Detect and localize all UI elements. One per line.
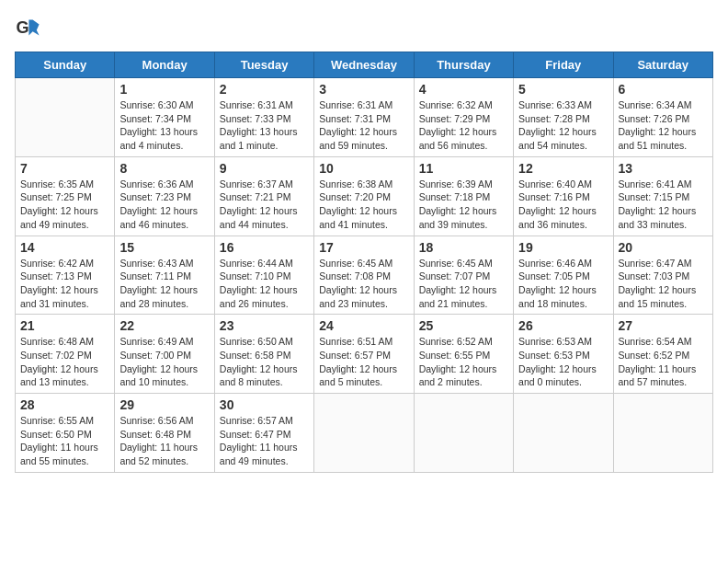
day-header-monday: Monday	[115, 52, 214, 78]
cell-info: Sunrise: 6:52 AMSunset: 6:55 PMDaylight:…	[419, 335, 508, 389]
cell-info: Sunrise: 6:33 AMSunset: 7:28 PMDaylight:…	[518, 98, 608, 153]
day-number: 29	[119, 397, 209, 412]
day-number: 11	[419, 161, 508, 176]
cell-info: Sunrise: 6:32 AMSunset: 7:29 PMDaylight:…	[419, 98, 508, 153]
logo: G	[15, 15, 42, 40]
calendar-cell: 21Sunrise: 6:48 AMSunset: 7:02 PMDayligh…	[16, 315, 115, 394]
calendar-cell: 25Sunrise: 6:52 AMSunset: 6:55 PMDayligh…	[414, 315, 513, 394]
calendar-cell: 17Sunrise: 6:45 AMSunset: 7:08 PMDayligh…	[314, 236, 414, 315]
page-header: G	[15, 15, 713, 40]
cell-info: Sunrise: 6:45 AMSunset: 7:07 PMDaylight:…	[419, 257, 508, 311]
day-number: 7	[20, 161, 109, 176]
cell-info: Sunrise: 6:56 AMSunset: 6:48 PMDaylight:…	[119, 414, 209, 468]
day-header-thursday: Thursday	[414, 52, 513, 78]
cell-info: Sunrise: 6:49 AMSunset: 7:00 PMDaylight:…	[119, 335, 209, 389]
day-number: 24	[319, 318, 408, 333]
calendar-header-row: SundayMondayTuesdayWednesdayThursdayFrid…	[16, 52, 713, 78]
calendar-cell: 9Sunrise: 6:37 AMSunset: 7:21 PMDaylight…	[214, 156, 313, 236]
cell-info: Sunrise: 6:46 AMSunset: 7:05 PMDaylight:…	[518, 257, 608, 311]
cell-info: Sunrise: 6:54 AMSunset: 6:52 PMDaylight:…	[619, 335, 708, 389]
calendar-week-row: 7Sunrise: 6:35 AMSunset: 7:25 PMDaylight…	[16, 156, 713, 236]
day-header-sunday: Sunday	[16, 52, 115, 78]
calendar-cell: 22Sunrise: 6:49 AMSunset: 7:00 PMDayligh…	[115, 315, 214, 394]
day-number: 30	[220, 397, 309, 412]
calendar-cell	[314, 394, 414, 473]
cell-info: Sunrise: 6:30 AMSunset: 7:34 PMDaylight:…	[119, 98, 209, 153]
day-number: 8	[119, 161, 209, 176]
calendar-cell: 3Sunrise: 6:31 AMSunset: 7:31 PMDaylight…	[314, 78, 414, 157]
day-number: 4	[419, 82, 508, 97]
day-number: 14	[20, 240, 109, 255]
day-number: 13	[619, 161, 708, 176]
day-number: 21	[20, 318, 109, 333]
day-number: 20	[619, 240, 708, 255]
cell-info: Sunrise: 6:34 AMSunset: 7:26 PMDaylight:…	[619, 98, 708, 153]
calendar-cell: 24Sunrise: 6:51 AMSunset: 6:57 PMDayligh…	[314, 315, 414, 394]
calendar-week-row: 28Sunrise: 6:55 AMSunset: 6:50 PMDayligh…	[16, 394, 713, 473]
calendar-cell: 15Sunrise: 6:43 AMSunset: 7:11 PMDayligh…	[115, 236, 214, 315]
day-number: 12	[518, 161, 608, 176]
calendar-cell: 8Sunrise: 6:36 AMSunset: 7:23 PMDaylight…	[115, 156, 214, 236]
day-number: 28	[20, 397, 109, 412]
calendar-cell: 12Sunrise: 6:40 AMSunset: 7:16 PMDayligh…	[514, 156, 613, 236]
logo-icon: G	[15, 15, 40, 40]
day-number: 19	[518, 240, 608, 255]
calendar-cell: 29Sunrise: 6:56 AMSunset: 6:48 PMDayligh…	[115, 394, 214, 473]
cell-info: Sunrise: 6:48 AMSunset: 7:02 PMDaylight:…	[20, 335, 109, 389]
calendar-cell: 28Sunrise: 6:55 AMSunset: 6:50 PMDayligh…	[16, 394, 115, 473]
cell-info: Sunrise: 6:47 AMSunset: 7:03 PMDaylight:…	[619, 257, 708, 311]
day-number: 1	[119, 82, 209, 97]
calendar-cell: 1Sunrise: 6:30 AMSunset: 7:34 PMDaylight…	[115, 78, 214, 157]
day-header-saturday: Saturday	[613, 52, 712, 78]
calendar-cell	[414, 394, 513, 473]
cell-info: Sunrise: 6:31 AMSunset: 7:33 PMDaylight:…	[220, 98, 309, 153]
calendar-cell: 16Sunrise: 6:44 AMSunset: 7:10 PMDayligh…	[214, 236, 313, 315]
cell-info: Sunrise: 6:53 AMSunset: 6:53 PMDaylight:…	[518, 335, 608, 389]
calendar-cell: 6Sunrise: 6:34 AMSunset: 7:26 PMDaylight…	[613, 78, 712, 157]
calendar-cell	[514, 394, 613, 473]
calendar-cell: 10Sunrise: 6:38 AMSunset: 7:20 PMDayligh…	[314, 156, 414, 236]
cell-info: Sunrise: 6:39 AMSunset: 7:18 PMDaylight:…	[419, 178, 508, 232]
cell-info: Sunrise: 6:45 AMSunset: 7:08 PMDaylight:…	[319, 257, 408, 311]
day-header-wednesday: Wednesday	[314, 52, 414, 78]
day-number: 3	[319, 82, 408, 97]
calendar-cell: 18Sunrise: 6:45 AMSunset: 7:07 PMDayligh…	[414, 236, 513, 315]
calendar-cell: 13Sunrise: 6:41 AMSunset: 7:15 PMDayligh…	[613, 156, 712, 236]
cell-info: Sunrise: 6:42 AMSunset: 7:13 PMDaylight:…	[20, 257, 109, 311]
calendar-week-row: 21Sunrise: 6:48 AMSunset: 7:02 PMDayligh…	[16, 315, 713, 394]
day-number: 22	[119, 318, 209, 333]
calendar-cell: 19Sunrise: 6:46 AMSunset: 7:05 PMDayligh…	[514, 236, 613, 315]
calendar-cell: 27Sunrise: 6:54 AMSunset: 6:52 PMDayligh…	[613, 315, 712, 394]
calendar-week-row: 14Sunrise: 6:42 AMSunset: 7:13 PMDayligh…	[16, 236, 713, 315]
cell-info: Sunrise: 6:36 AMSunset: 7:23 PMDaylight:…	[119, 178, 209, 232]
cell-info: Sunrise: 6:51 AMSunset: 6:57 PMDaylight:…	[319, 335, 408, 389]
day-header-friday: Friday	[514, 52, 613, 78]
day-header-tuesday: Tuesday	[214, 52, 313, 78]
day-number: 18	[419, 240, 508, 255]
calendar-cell: 23Sunrise: 6:50 AMSunset: 6:58 PMDayligh…	[214, 315, 313, 394]
svg-marker-1	[28, 20, 39, 36]
calendar-cell: 2Sunrise: 6:31 AMSunset: 7:33 PMDaylight…	[214, 78, 313, 157]
cell-info: Sunrise: 6:57 AMSunset: 6:47 PMDaylight:…	[220, 414, 309, 468]
calendar-cell: 26Sunrise: 6:53 AMSunset: 6:53 PMDayligh…	[514, 315, 613, 394]
calendar-cell: 14Sunrise: 6:42 AMSunset: 7:13 PMDayligh…	[16, 236, 115, 315]
day-number: 27	[619, 318, 708, 333]
calendar-cell	[16, 78, 115, 157]
cell-info: Sunrise: 6:37 AMSunset: 7:21 PMDaylight:…	[220, 178, 309, 232]
cell-info: Sunrise: 6:43 AMSunset: 7:11 PMDaylight:…	[119, 257, 209, 311]
calendar-cell: 11Sunrise: 6:39 AMSunset: 7:18 PMDayligh…	[414, 156, 513, 236]
calendar-cell: 30Sunrise: 6:57 AMSunset: 6:47 PMDayligh…	[214, 394, 313, 473]
day-number: 23	[220, 318, 309, 333]
day-number: 16	[220, 240, 309, 255]
day-number: 10	[319, 161, 408, 176]
cell-info: Sunrise: 6:31 AMSunset: 7:31 PMDaylight:…	[319, 98, 408, 153]
calendar-cell: 5Sunrise: 6:33 AMSunset: 7:28 PMDaylight…	[514, 78, 613, 157]
cell-info: Sunrise: 6:35 AMSunset: 7:25 PMDaylight:…	[20, 178, 109, 232]
cell-info: Sunrise: 6:44 AMSunset: 7:10 PMDaylight:…	[220, 257, 309, 311]
day-number: 25	[419, 318, 508, 333]
cell-info: Sunrise: 6:55 AMSunset: 6:50 PMDaylight:…	[20, 414, 109, 468]
calendar-cell	[613, 394, 712, 473]
day-number: 6	[619, 82, 708, 97]
day-number: 17	[319, 240, 408, 255]
calendar-cell: 4Sunrise: 6:32 AMSunset: 7:29 PMDaylight…	[414, 78, 513, 157]
